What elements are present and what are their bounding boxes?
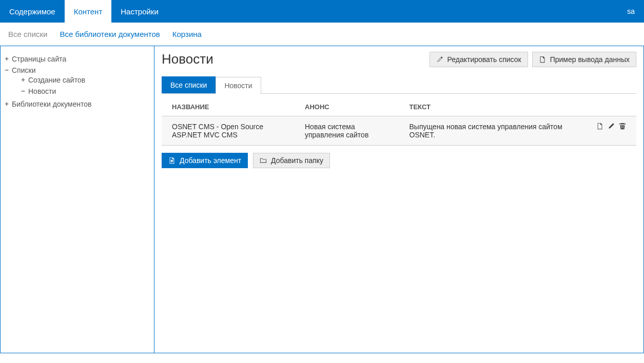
cell-anons: Новая система управления сайтов bbox=[295, 116, 399, 146]
content-tabs: Все списки Новости bbox=[162, 76, 636, 94]
col-name[interactable]: НАЗВАНИЕ bbox=[162, 98, 295, 116]
top-tab-settings[interactable]: Настройки bbox=[111, 0, 168, 23]
top-tab-content[interactable]: Контент bbox=[65, 0, 112, 23]
cell-text: Выпущена новая система управления сайтом… bbox=[399, 116, 587, 146]
example-output-button[interactable]: Пример вывода данных bbox=[532, 52, 636, 67]
tree-label: Списки bbox=[12, 66, 35, 74]
table-row[interactable]: OSNET CMS - Open Source ASP.NET MVC CMS … bbox=[162, 116, 636, 146]
subnav: Все списки Все библиотеки документов Кор… bbox=[0, 23, 644, 46]
collapse-icon[interactable]: − bbox=[20, 87, 26, 95]
trash-icon[interactable] bbox=[619, 123, 626, 130]
user-label[interactable]: sa bbox=[618, 0, 644, 23]
pencil-icon bbox=[436, 56, 443, 63]
footer-actions: Добавить элемент Добавить папку bbox=[162, 153, 636, 168]
page-title: Новости bbox=[162, 51, 425, 67]
tree-item-sitecreation[interactable]: + Создание сайтов bbox=[19, 74, 152, 86]
top-tab-content-root[interactable]: Содержимое bbox=[0, 0, 65, 23]
row-actions bbox=[596, 123, 626, 130]
add-element-button[interactable]: Добавить элемент bbox=[162, 153, 248, 168]
tree-label: Страницы сайта bbox=[12, 55, 66, 63]
tree-label: Библиотеки документов bbox=[12, 100, 91, 108]
edit-icon[interactable] bbox=[608, 123, 615, 130]
tree-item-lists[interactable]: − Списки + Создание сайтов − Новости bbox=[3, 65, 152, 98]
tree-label: Новости bbox=[28, 87, 56, 95]
file-add-icon bbox=[168, 157, 175, 164]
button-label: Редактировать список bbox=[447, 55, 521, 64]
tree-item-doclibs[interactable]: + Библиотеки документов bbox=[3, 98, 152, 110]
subnav-all-doclibs[interactable]: Все библиотеки документов bbox=[60, 30, 160, 38]
expand-icon[interactable]: + bbox=[4, 55, 10, 63]
main: + Страницы сайта − Списки + Создание сай… bbox=[0, 46, 644, 353]
tree-item-news[interactable]: − Новости bbox=[19, 86, 152, 97]
col-anons[interactable]: АНОНС bbox=[295, 98, 399, 116]
button-label: Добавить папку bbox=[271, 156, 323, 165]
sidebar: + Страницы сайта − Списки + Создание сай… bbox=[1, 46, 154, 353]
col-text[interactable]: ТЕКСТ bbox=[399, 98, 587, 116]
tree-label: Создание сайтов bbox=[28, 76, 85, 84]
cell-name: OSNET CMS - Open Source ASP.NET MVC CMS bbox=[162, 116, 295, 146]
subnav-all-lists[interactable]: Все списки bbox=[8, 30, 47, 38]
copy-icon[interactable] bbox=[596, 123, 603, 130]
topbar: Содержимое Контент Настройки sa bbox=[0, 0, 644, 23]
button-label: Добавить элемент bbox=[180, 156, 241, 165]
collapse-icon[interactable]: − bbox=[4, 66, 10, 74]
file-icon bbox=[539, 56, 546, 63]
edit-list-button[interactable]: Редактировать список bbox=[430, 52, 528, 67]
data-table: НАЗВАНИЕ АНОНС ТЕКСТ OSNET CMS - Open So… bbox=[162, 98, 636, 146]
button-label: Пример вывода данных bbox=[550, 55, 630, 64]
folder-add-icon bbox=[260, 157, 267, 164]
tree-item-pages[interactable]: + Страницы сайта bbox=[3, 53, 152, 65]
nav-tree: + Страницы сайта − Списки + Создание сай… bbox=[3, 53, 152, 110]
tab-news[interactable]: Новости bbox=[216, 77, 261, 94]
page-header: Новости Редактировать список Пример выво… bbox=[162, 51, 636, 67]
table-header-row: НАЗВАНИЕ АНОНС ТЕКСТ bbox=[162, 98, 636, 116]
expand-icon[interactable]: + bbox=[20, 76, 26, 84]
subnav-trash[interactable]: Корзина bbox=[172, 30, 202, 38]
content-area: Новости Редактировать список Пример выво… bbox=[154, 46, 643, 353]
col-actions bbox=[586, 98, 636, 116]
add-folder-button[interactable]: Добавить папку bbox=[253, 153, 330, 168]
expand-icon[interactable]: + bbox=[4, 100, 10, 108]
tab-all-lists[interactable]: Все списки bbox=[162, 76, 216, 93]
